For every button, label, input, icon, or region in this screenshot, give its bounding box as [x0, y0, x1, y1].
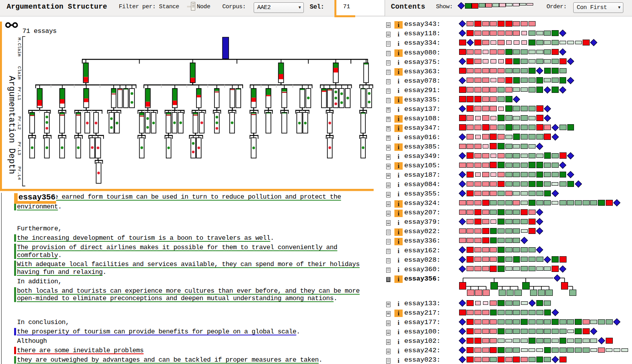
svg-text:Pr.L3: Pr.L3 — [17, 142, 22, 156]
svg-text:Pr.L2: Pr.L2 — [17, 116, 22, 130]
svg-text:Pr.L4: Pr.L4 — [17, 167, 22, 180]
svg-text:Argumentation Depth: Argumentation Depth — [7, 76, 16, 174]
svg-text:Claim: Claim — [17, 66, 22, 80]
svg-text:Pr.L1: Pr.L1 — [17, 87, 22, 101]
svg-text:M.Claim: M.Claim — [17, 38, 22, 56]
svg-text:71 essays: 71 essays — [22, 27, 56, 35]
